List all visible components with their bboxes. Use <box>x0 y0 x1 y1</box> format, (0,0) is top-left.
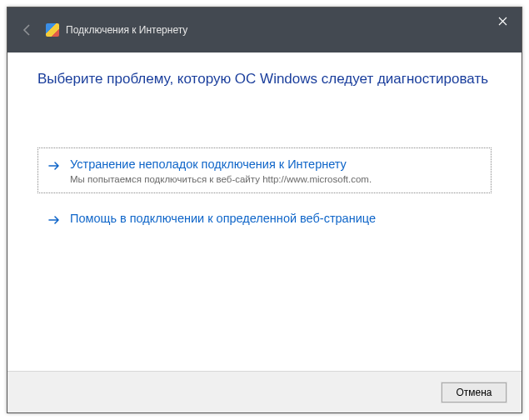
troubleshoot-app-icon <box>46 23 59 37</box>
close-icon <box>498 17 507 26</box>
page-heading: Выберите проблему, которую ОС Windows сл… <box>37 71 492 88</box>
close-button[interactable] <box>483 8 522 34</box>
option-title: Помощь в подключении к определенной веб-… <box>70 211 482 227</box>
window-title: Подключения к Интернету <box>66 24 187 36</box>
titlebar: Подключения к Интернету <box>7 8 522 52</box>
footer: Отмена <box>7 371 522 412</box>
option-subtitle: Мы попытаемся подключиться к веб-сайту h… <box>70 174 482 184</box>
option-title: Устранение неполадок подключения к Интер… <box>70 157 482 172</box>
cancel-button[interactable]: Отмена <box>442 382 507 402</box>
option-troubleshoot-internet[interactable]: Устранение неполадок подключения к Интер… <box>37 148 492 193</box>
arrow-right-icon <box>47 158 62 173</box>
back-icon <box>19 22 36 38</box>
troubleshooter-window: Подключения к Интернету Выберите проблем… <box>7 7 522 413</box>
option-body: Устранение неполадок подключения к Интер… <box>70 157 482 184</box>
option-help-specific-page[interactable]: Помощь в подключении к определенной веб-… <box>37 202 492 237</box>
content-area: Выберите проблему, которую ОС Windows сл… <box>7 52 522 371</box>
arrow-right-icon <box>47 212 62 228</box>
option-body: Помощь в подключении к определенной веб-… <box>70 211 482 227</box>
